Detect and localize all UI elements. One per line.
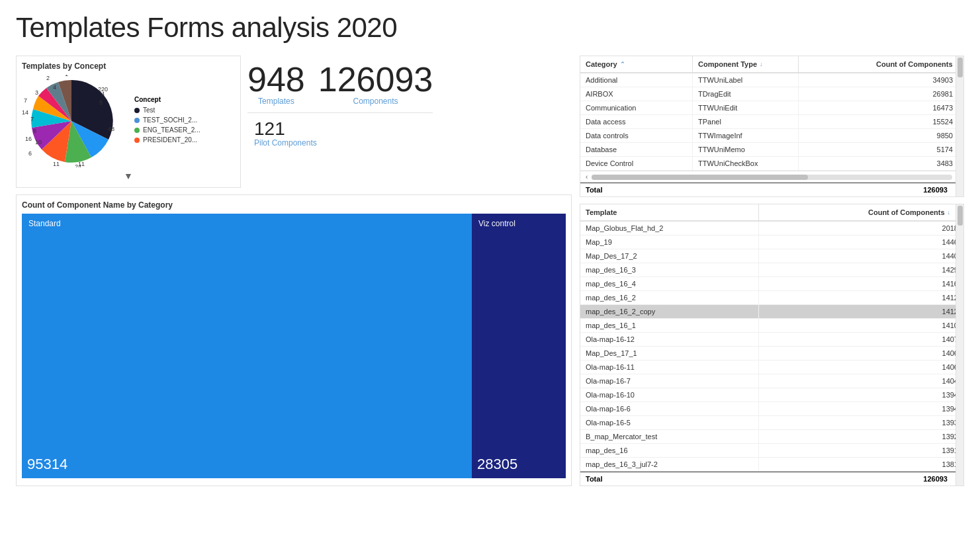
table2-row: Ola-map-16-12 1407: [580, 333, 963, 347]
standard-bar-label: Standard: [28, 219, 61, 228]
svg-text:48: 48: [108, 126, 114, 132]
table2-cell-template: Ola-map-16-12: [580, 333, 759, 346]
svg-text:6: 6: [28, 150, 32, 157]
pie-section-title: Templates by Concept: [22, 62, 235, 71]
templates-by-concept: Templates by Concept: [16, 56, 241, 188]
svg-text:2: 2: [46, 75, 50, 81]
hscroll-left-icon[interactable]: ‹: [586, 173, 588, 181]
bar-viz: Viz control 28305: [472, 214, 566, 478]
table2-cell-template: Map_Des_17_1: [580, 347, 759, 360]
table2-row: Ola-map-16-7 1404: [580, 374, 963, 388]
table1-scrollthumb: [958, 58, 963, 77]
legend-label-test-sochi: TEST_SOCHI_2...: [143, 116, 197, 124]
svg-text:5: 5: [99, 99, 103, 106]
sort-icon-count2[interactable]: ↓: [948, 209, 951, 216]
pie-legend: Concept Test TEST_SOCHI_2...: [134, 96, 200, 146]
table2-scrollthumb: [958, 206, 963, 226]
table1-row: Device Control TTWUniCheckBox 3483: [580, 157, 963, 171]
templates-count: 948: [247, 62, 305, 97]
legend-label-eng-teaser: ENG_TEASER_2...: [143, 126, 200, 134]
table2-cell-count: 1412: [759, 291, 963, 304]
table2-cell-count: 1406: [759, 360, 963, 374]
table2-cell-template: Ola-map-16-6: [580, 402, 759, 415]
table2-cell-template: Map_19: [580, 235, 759, 249]
sort-icon-category[interactable]: ⌃: [620, 61, 625, 67]
table2-row: Ola-map-16-11 1406: [580, 360, 963, 374]
hscroll-bar: [592, 175, 952, 180]
table1-cell-component: TDragEdit: [693, 87, 799, 101]
table1-row: AIRBOX TDragEdit 26981: [580, 87, 963, 101]
legend-item-test: Test: [134, 106, 200, 114]
sort-icon-component-type[interactable]: ↓: [760, 61, 763, 67]
table1-cell-count: 16473: [799, 101, 963, 114]
table2-row: Map_19 1446: [580, 235, 963, 249]
pie-expand-icon[interactable]: ▼: [124, 171, 133, 181]
table2-cell-count: 1394: [759, 402, 963, 415]
table2-cell-count: 1392: [759, 430, 963, 443]
viz-bar-value: 28305: [477, 456, 517, 473]
table2-cell-count: 1404: [759, 374, 963, 388]
legend-label-president: PRESIDENT_20...: [143, 136, 197, 144]
table2-cell-template: Ola-map-16-5: [580, 416, 759, 429]
table2-cell-template: B_map_Mercator_test: [580, 430, 759, 443]
table2-row: map_des_16_2_copy 1412: [580, 305, 963, 319]
table1-cell-count: 34903: [799, 73, 963, 87]
svg-text:11: 11: [53, 161, 60, 167]
pilot-label: Pilot Components: [254, 138, 433, 148]
legend-item-eng-teaser: ENG_TEASER_2...: [134, 126, 200, 134]
components-kpi: 126093 Components: [318, 62, 433, 106]
bar-chart-section: Count of Component Name by Category Stan…: [16, 194, 572, 486]
table2-row: map_des_16_1 1410: [580, 319, 963, 333]
legend-item-president: PRESIDENT_20...: [134, 136, 200, 144]
table2-total-value: 126093: [764, 475, 958, 483]
table2-cell-template: map_des_16_1: [580, 319, 759, 332]
table1: Category ⌃ Component Type ↓ Count of Com…: [580, 56, 964, 197]
table2-total: Total 126093: [580, 472, 963, 486]
table1-cell-category: Additional: [580, 73, 693, 87]
table2-header: Template Count of Components ↓: [580, 204, 963, 222]
table1-cell-count: 26981: [799, 87, 963, 101]
svg-text:3: 3: [35, 89, 38, 96]
table2-cell-count: 1429: [759, 263, 963, 276]
table2-cell-count: 1440: [759, 249, 963, 263]
table2-row: Map_Des_17_1 1406: [580, 347, 963, 360]
table2-cell-count: 1381: [759, 458, 963, 471]
table2-cell-count: 1446: [759, 235, 963, 249]
table2: Template Count of Components ↓ Map_Globu…: [580, 204, 964, 486]
table2-row: Ola-map-16-10 1394: [580, 388, 963, 402]
table1-cell-count: 9850: [799, 129, 963, 142]
table2-cell-count: 1407: [759, 333, 963, 346]
standard-bar-value: 95314: [27, 456, 67, 473]
svg-text:16: 16: [25, 136, 32, 142]
svg-text:4: 4: [53, 84, 56, 91]
table1-body: Additional TTWUniLabel 34903 AIRBOX TDra…: [580, 73, 963, 171]
table1-cell-count: 15524: [799, 115, 963, 128]
table1-row: Data access TPanel 15524: [580, 115, 963, 129]
table1-cell-count: 3483: [799, 157, 963, 170]
table2-cell-count: 2018: [759, 222, 963, 235]
hscroll-thumb: [592, 175, 808, 180]
legend-item-test-sochi: TEST_SOCHI_2...: [134, 116, 200, 124]
table2-total-label: Total: [586, 475, 764, 483]
table2-scrollbar[interactable]: [956, 204, 963, 486]
table2-cell-template: Ola-map-16-10: [580, 388, 759, 401]
svg-text:8: 8: [33, 128, 36, 134]
table1-cell-component: TTWImageInf: [693, 129, 799, 142]
table1-cell-category: Device Control: [580, 157, 693, 170]
svg-text:4: 4: [101, 91, 105, 97]
table2-row: B_map_Mercator_test 1392: [580, 430, 963, 444]
table1-scrollbar[interactable]: [956, 56, 963, 196]
table1-cell-count: 5174: [799, 143, 963, 156]
table2-cell-template: Ola-map-16-11: [580, 360, 759, 374]
table2-cell-template: map_des_16_2_copy: [580, 305, 759, 318]
table2-cell-template: Ola-map-16-7: [580, 374, 759, 388]
table2-cell-template: Map_Des_17_2: [580, 249, 759, 263]
table2-cell-count: 1412: [759, 305, 963, 318]
table1-row: Database TTWUniMemo 5174: [580, 143, 963, 157]
pilot-kpi: 121 Pilot Components: [247, 120, 433, 148]
table2-cell-template: Map_Globus_Flat_hd_2: [580, 222, 759, 235]
table2-row: Map_Globus_Flat_hd_2 2018: [580, 222, 963, 235]
table2-row: Ola-map-16-5 1393: [580, 416, 963, 430]
pie-chart: 220 48 24 16 14 3 2 1 4 4: [22, 75, 128, 167]
table1-cell-component: TTWUniMemo: [693, 143, 799, 156]
